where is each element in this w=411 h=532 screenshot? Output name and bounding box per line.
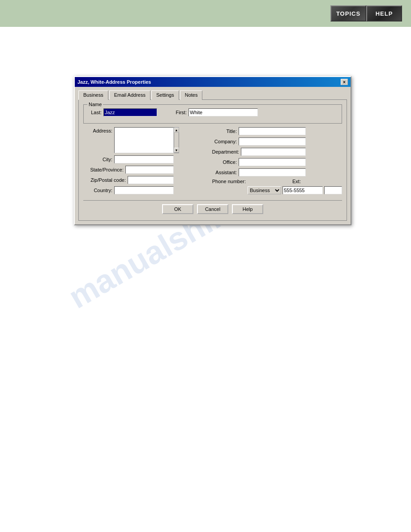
title-label: Title: bbox=[203, 129, 237, 134]
tab-email-address[interactable]: Email Address bbox=[109, 90, 150, 100]
two-col-section: Address: ▲ ▼ bbox=[83, 127, 342, 197]
office-input[interactable] bbox=[239, 158, 306, 166]
dialog-title: Jazz, White-Address Properties bbox=[77, 79, 151, 85]
phone-controls: Business bbox=[248, 186, 342, 194]
cancel-button[interactable]: Cancel bbox=[197, 204, 228, 214]
assistant-row: Assistant: bbox=[203, 168, 342, 176]
state-input[interactable] bbox=[125, 166, 174, 174]
phone-type-select[interactable]: Business bbox=[248, 186, 281, 194]
first-input[interactable] bbox=[188, 108, 258, 116]
name-row: Last: First: bbox=[88, 108, 337, 116]
office-row: Office: bbox=[203, 158, 342, 166]
name-group: Name Last: First: bbox=[83, 104, 342, 124]
top-bar: TOPICS HELP bbox=[0, 0, 411, 27]
address-textarea-wrap: ▲ ▼ bbox=[114, 127, 179, 153]
assistant-label: Assistant: bbox=[203, 170, 237, 175]
title-input[interactable] bbox=[239, 127, 306, 135]
first-label: First: bbox=[171, 110, 187, 115]
city-input[interactable] bbox=[114, 155, 174, 163]
phone-number-label: Phone number: bbox=[203, 179, 246, 184]
phone-input-row: Business bbox=[203, 186, 342, 194]
country-input[interactable] bbox=[114, 186, 174, 194]
office-label: Office: bbox=[203, 159, 237, 165]
dialog-body: Business Email Address Settings Notes Na… bbox=[75, 87, 351, 224]
city-label: City: bbox=[83, 157, 112, 162]
help-button[interactable]: Help bbox=[232, 204, 263, 214]
left-column: Address: ▲ ▼ bbox=[83, 127, 199, 197]
tab-settings[interactable]: Settings bbox=[151, 90, 179, 100]
phone-label-row: Phone number: Ext: bbox=[203, 179, 342, 184]
last-label: Last: bbox=[88, 110, 102, 115]
zip-input[interactable] bbox=[128, 176, 174, 184]
dialog-titlebar: Jazz, White-Address Properties × bbox=[75, 77, 351, 87]
zip-label: Zip/Postal code: bbox=[83, 177, 126, 183]
zip-row: Zip/Postal code: bbox=[83, 176, 199, 184]
state-label: State/Province: bbox=[83, 167, 124, 172]
state-row: State/Province: bbox=[83, 166, 199, 174]
title-row: Title: bbox=[203, 127, 342, 135]
address-scrollbar: ▲ ▼ bbox=[174, 127, 179, 153]
address-properties-dialog: Jazz, White-Address Properties × Busines… bbox=[74, 76, 351, 225]
country-label: Country: bbox=[83, 188, 112, 193]
assistant-input[interactable] bbox=[239, 168, 306, 176]
city-row: City: bbox=[83, 155, 199, 163]
button-row: OK Cancel Help bbox=[83, 200, 342, 216]
dept-label: Department: bbox=[203, 149, 239, 154]
scroll-track bbox=[174, 133, 179, 148]
tab-bar: Business Email Address Settings Notes bbox=[78, 90, 347, 100]
scroll-down-arrow[interactable]: ▼ bbox=[174, 148, 179, 153]
right-column: Title: Company: Department: bbox=[203, 127, 342, 197]
phone-input[interactable] bbox=[283, 186, 323, 194]
tab-notes[interactable]: Notes bbox=[180, 90, 203, 100]
address-input[interactable] bbox=[114, 127, 174, 153]
page-content: manualshire.com Jazz, White-Address Prop… bbox=[0, 27, 411, 532]
topics-button[interactable]: TOPICS bbox=[330, 5, 366, 21]
scroll-up-arrow[interactable]: ▲ bbox=[174, 128, 179, 133]
company-label: Company: bbox=[203, 139, 237, 144]
tab-business[interactable]: Business bbox=[78, 90, 108, 100]
company-input[interactable] bbox=[239, 137, 306, 146]
address-label: Address: bbox=[83, 127, 112, 133]
ext-input[interactable] bbox=[324, 186, 342, 194]
help-top-button[interactable]: HELP bbox=[366, 5, 402, 21]
dept-row: Department: bbox=[203, 148, 342, 156]
ok-button[interactable]: OK bbox=[162, 204, 193, 214]
name-group-label: Name bbox=[87, 102, 103, 107]
address-row: Address: ▲ ▼ bbox=[83, 127, 199, 153]
dept-input[interactable] bbox=[241, 148, 306, 156]
dialog-close-button[interactable]: × bbox=[341, 79, 348, 85]
ext-label: Ext: bbox=[292, 179, 301, 184]
company-row: Company: bbox=[203, 137, 342, 146]
tab-panel-business: Name Last: First: bbox=[78, 99, 347, 221]
top-buttons: TOPICS HELP bbox=[330, 5, 402, 21]
last-input[interactable] bbox=[103, 108, 157, 116]
country-row: Country: bbox=[83, 186, 199, 194]
